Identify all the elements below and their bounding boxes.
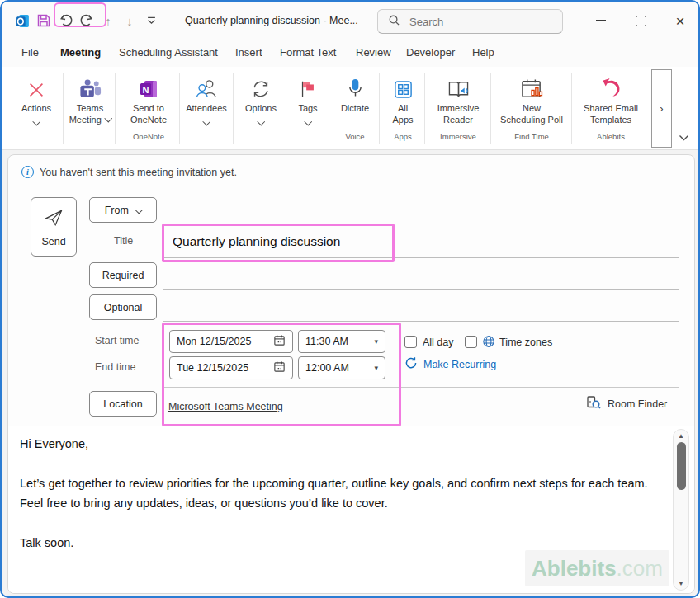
ribbon: Actions Teams Meeting N Send to OneNote … (2, 67, 698, 150)
shared-email-templates-icon (599, 73, 622, 100)
tab-developer[interactable]: Developer (406, 40, 455, 66)
calendar-icon[interactable] (273, 360, 286, 375)
field-divider (163, 257, 679, 258)
save-icon[interactable] (33, 8, 54, 33)
message-body-text: Hi Everyone, Let’s get together to revie… (20, 434, 669, 553)
scheduling-poll-label-2: Scheduling Poll (500, 115, 563, 126)
all-apps-label-2: Apps (392, 115, 413, 126)
teams-meeting-label-2: Meeting (69, 115, 102, 125)
customize-toolbar-icon[interactable] (140, 8, 162, 33)
immersive-reader-label-1: Immersive (438, 103, 480, 115)
search-box[interactable] (377, 9, 563, 34)
close-button[interactable]: × (666, 2, 694, 40)
actions-button[interactable]: Actions (12, 71, 60, 147)
onenote-icon: N (138, 73, 159, 100)
start-time-input[interactable]: 11:30 AM ▾ (298, 330, 385, 353)
tab-meeting[interactable]: Meeting (60, 40, 101, 66)
tags-button[interactable]: Tags (289, 71, 327, 147)
scroll-up-icon[interactable]: ▲ (674, 432, 688, 440)
scheduling-poll-icon (520, 73, 544, 100)
immersive-reader-label-2: Reader (443, 115, 473, 126)
outlook-app-icon (12, 8, 33, 33)
group-separator (379, 73, 380, 144)
chevron-down-icon (202, 117, 210, 125)
end-date-input[interactable]: Tue 12/15/2025 (169, 356, 293, 379)
immersive-reader-icon (447, 73, 471, 100)
tab-insert[interactable]: Insert (235, 40, 262, 66)
scrollbar-thumb[interactable] (677, 442, 686, 490)
start-time-value: 11:30 AM (305, 336, 348, 347)
all-day-label: All day (423, 337, 454, 348)
all-day-checkbox[interactable] (404, 336, 417, 348)
group-separator (424, 73, 425, 144)
required-label: Required (102, 270, 144, 281)
teams-meeting-link[interactable]: Microsoft Teams Meeting (168, 401, 283, 412)
from-label: From (105, 205, 129, 216)
tab-scheduling-assistant[interactable]: Scheduling Assistant (119, 40, 218, 66)
tab-help[interactable]: Help (472, 40, 494, 66)
dropdown-arrow-icon[interactable]: ▾ (374, 337, 378, 346)
info-message: You haven't sent this meeting invitation… (40, 167, 237, 178)
start-date-input[interactable]: Mon 12/15/2025 (169, 330, 293, 353)
make-recurring-link[interactable]: Make Recurring (404, 356, 496, 372)
attendees-button[interactable]: Attendees (182, 71, 230, 147)
meeting-form-panel: i You haven't sent this meeting invitati… (7, 154, 695, 594)
info-bar: i You haven't sent this meeting invitati… (21, 166, 237, 178)
location-label: Location (103, 398, 142, 410)
body-paragraph: Let’s get together to review priorities … (20, 473, 669, 513)
quick-access-toolbar: ↑ ↓ (12, 2, 162, 40)
options-label: Options (245, 103, 277, 115)
ribbon-overflow-button[interactable]: › (651, 69, 672, 148)
title-input[interactable]: Quarterly planning discussion (163, 225, 390, 257)
dropdown-arrow-icon[interactable]: ▾ (374, 364, 378, 372)
collapse-ribbon-button[interactable] (674, 128, 693, 148)
send-icon (42, 207, 65, 231)
options-button[interactable]: Options (237, 71, 285, 147)
teams-meeting-icon (78, 73, 102, 100)
minimize-icon (596, 20, 606, 21)
group-separator (650, 73, 650, 144)
watermark-tld: .com (617, 556, 663, 582)
watermark-name: Ablebits (532, 556, 617, 582)
end-time-input[interactable]: 12:00 AM ▾ (298, 356, 385, 379)
scroll-down-icon[interactable]: ▼ (674, 580, 688, 587)
ribbon-group-onenote: OneNote (119, 132, 178, 141)
ribbon-tabs: File Meeting Scheduling Assistant Insert… (2, 40, 698, 67)
body-scrollbar[interactable]: ▲ ▼ (673, 429, 689, 591)
time-zones-checkbox[interactable] (465, 336, 477, 348)
send-button[interactable]: Send (31, 197, 77, 257)
teams-meeting-label-1: Teams (77, 103, 103, 115)
field-divider (163, 321, 679, 322)
required-button[interactable]: Required (89, 262, 157, 288)
send-to-onenote-label-1: Send to (133, 103, 164, 115)
outlook-meeting-window: ↑ ↓ Quarterly planning discussion - Mee.… (0, 0, 700, 598)
all-apps-icon (393, 73, 414, 100)
scheduling-poll-label-1: New (523, 103, 541, 115)
chevron-down-icon (135, 206, 142, 214)
room-finder-button[interactable]: Room Finder (586, 395, 667, 412)
ablebits-watermark: Ablebits.com (525, 550, 669, 586)
tab-format-text[interactable]: Format Text (280, 40, 336, 66)
undo-icon[interactable] (54, 8, 76, 33)
search-input[interactable] (408, 15, 543, 29)
from-button[interactable]: From (89, 197, 157, 223)
optional-button[interactable]: Optional (89, 294, 157, 320)
redo-icon[interactable] (76, 8, 97, 33)
teams-meeting-button[interactable]: Teams Meeting (66, 71, 114, 147)
tab-file[interactable]: File (21, 40, 39, 66)
calendar-icon[interactable] (273, 334, 286, 349)
time-zones-label: Time zones (499, 337, 552, 348)
ribbon-group-voice: Voice (332, 132, 378, 141)
maximize-button[interactable] (627, 2, 655, 40)
minimize-button[interactable] (587, 2, 615, 40)
tab-review[interactable]: Review (356, 40, 391, 66)
group-separator (329, 73, 329, 144)
recurring-icon (404, 356, 418, 372)
ribbon-group-apps: Apps (382, 132, 423, 141)
search-icon (388, 14, 400, 30)
message-body-editor[interactable]: Hi Everyone, Let’s get together to revie… (8, 426, 694, 594)
location-button[interactable]: Location (89, 391, 157, 417)
title-field-label: Title (114, 235, 133, 247)
group-separator (179, 73, 180, 144)
field-divider (163, 387, 679, 388)
